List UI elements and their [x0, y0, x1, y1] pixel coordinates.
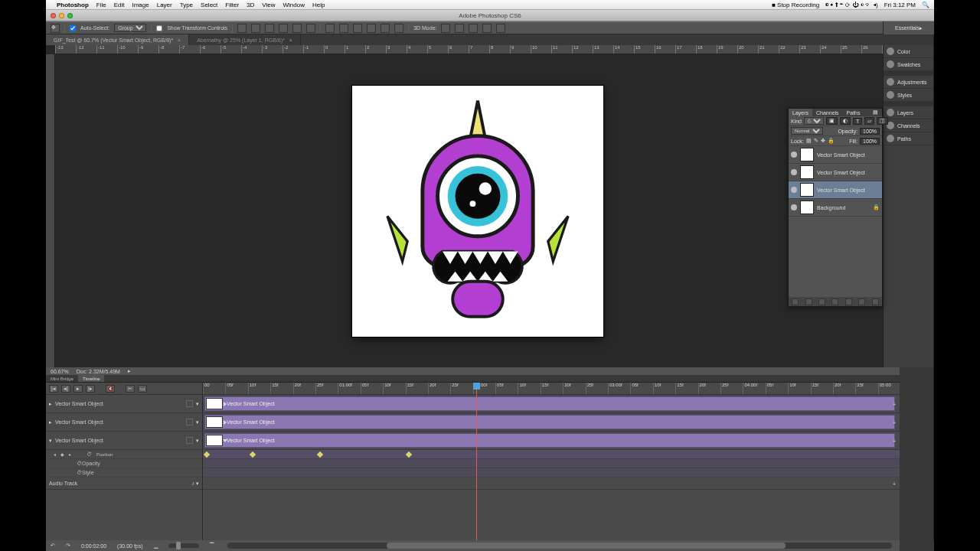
timeline-clip[interactable]: Vector Smart Object — [204, 433, 895, 448]
tab-timeline[interactable]: Timeline — [78, 375, 104, 382]
track-toggle-icon[interactable] — [186, 419, 193, 425]
doc-tab[interactable]: GIF_Test @ 60.7% (Vector Smart Object, R… — [46, 34, 189, 45]
layer-row[interactable]: Vector Smart Object — [789, 164, 882, 181]
filter-icon[interactable]: T — [853, 118, 862, 125]
group-icon[interactable] — [845, 298, 852, 305]
filter-icon[interactable]: ◐ — [840, 117, 851, 125]
layer-row[interactable]: Vector Smart Object — [789, 146, 882, 164]
doc-tab[interactable]: Abernathy @ 25% (Layer 1, RGB/8)*× — [189, 34, 301, 45]
align-icon[interactable] — [251, 24, 260, 33]
panel-color[interactable]: Color — [884, 45, 934, 58]
filter-icon[interactable]: ▱ — [864, 117, 874, 125]
panel-swatches[interactable]: Swatches — [884, 58, 934, 71]
align-icon[interactable] — [306, 24, 315, 33]
menu-layer[interactable]: Layer — [157, 2, 172, 8]
distribute-icon[interactable] — [325, 24, 335, 33]
adjustment-icon[interactable] — [831, 298, 838, 305]
menu-window[interactable]: Window — [283, 2, 305, 8]
panel-layers[interactable]: Layers — [884, 106, 934, 119]
tab-paths[interactable]: Paths — [843, 109, 864, 116]
lock-icon[interactable]: ✥ — [821, 138, 825, 144]
canvas[interactable] — [352, 86, 603, 337]
zoom-in-icon[interactable]: ▔ — [210, 543, 214, 549]
tab-channels[interactable]: Channels — [812, 109, 843, 116]
filter-icon[interactable]: ▣ — [826, 117, 838, 125]
menu-3d[interactable]: 3D — [247, 2, 254, 8]
prop-style[interactable]: ⏱ Style — [46, 468, 202, 478]
panel-paths[interactable]: Paths — [884, 132, 934, 145]
add-media-button[interactable]: + — [890, 419, 898, 426]
menu-select[interactable]: Select — [201, 2, 217, 8]
timeline-track-header[interactable]: ▸ Vector Smart Object▾ — [46, 413, 202, 432]
add-audio-button[interactable]: + — [890, 480, 898, 487]
fill-value[interactable]: 100% — [860, 138, 880, 145]
3d-icon[interactable] — [455, 24, 464, 33]
menu-app[interactable]: Photoshop — [57, 2, 89, 8]
opacity-value[interactable]: 100% — [860, 128, 880, 135]
auto-select-mode[interactable]: Group — [114, 24, 146, 32]
timeline-clip[interactable]: Vector Smart Object — [204, 396, 895, 411]
keyframe[interactable] — [204, 452, 210, 458]
visibility-icon[interactable] — [791, 187, 797, 193]
prop-opacity[interactable]: ⏱ Opacity — [46, 459, 202, 468]
zoom-icon[interactable] — [67, 13, 73, 18]
timecode[interactable]: 0:00:02:00 — [81, 543, 106, 549]
mask-icon[interactable] — [818, 298, 825, 305]
ruler-vertical[interactable] — [46, 54, 55, 367]
keyframe[interactable] — [406, 452, 412, 458]
play-button[interactable]: ▸ — [74, 385, 83, 393]
next-frame-button[interactable]: |▸ — [86, 385, 95, 393]
add-media-button[interactable]: + — [890, 437, 898, 445]
lock-icon[interactable]: ▨ — [806, 138, 812, 144]
timeline-track-header[interactable]: ▸ Vector Smart Object▾ — [46, 395, 202, 413]
menu-image[interactable]: Image — [132, 2, 149, 8]
timeline-clip[interactable]: Vector Smart Object — [204, 415, 895, 429]
timeline-track-header[interactable]: ▾ Vector Smart Object▾ — [46, 432, 202, 450]
visibility-icon[interactable] — [791, 152, 797, 158]
fx-icon[interactable] — [805, 298, 812, 305]
panel-styles[interactable]: Styles — [884, 89, 934, 102]
filter-kind[interactable]: ⎙ — [804, 117, 824, 125]
lock-icon[interactable]: ✎ — [814, 138, 818, 144]
close-icon[interactable] — [51, 13, 56, 18]
distribute-icon[interactable] — [339, 24, 348, 33]
timeline-scrollbar[interactable] — [227, 543, 892, 549]
track-toggle-icon[interactable] — [186, 437, 193, 444]
link-icon[interactable] — [792, 298, 799, 305]
timeline-ruler[interactable]: 0005f10f15f20f25f01:00f05f10f15f20f25f02… — [203, 383, 900, 395]
menu-type[interactable]: Type — [180, 2, 193, 8]
filter-icon[interactable]: ◫ — [877, 117, 888, 125]
minimize-icon[interactable] — [59, 13, 64, 18]
align-icon[interactable] — [265, 24, 274, 33]
lock-icon[interactable]: 🔒 — [828, 138, 835, 144]
mute-button[interactable]: 🔇 — [106, 385, 115, 393]
keyframe-row[interactable] — [203, 468, 900, 478]
ruler-horizontal[interactable]: -13-12-11-10-9-8-7-6-5-4-3-2-10123456789… — [55, 45, 900, 54]
split-clip-button[interactable]: ✂ — [126, 385, 135, 393]
visibility-icon[interactable] — [791, 169, 797, 175]
status-arrow-icon[interactable]: ▸ — [128, 368, 131, 374]
workspace-switcher[interactable]: Essentials ▸ — [883, 21, 934, 34]
keyframe[interactable] — [317, 452, 323, 458]
delete-icon[interactable] — [872, 298, 879, 305]
keyframe-nav[interactable]: ◂◆▸⏱ Position — [46, 450, 202, 459]
zoom-level[interactable]: 60.67% — [51, 369, 69, 374]
3d-icon[interactable] — [496, 24, 505, 33]
visibility-icon[interactable] — [791, 204, 797, 210]
distribute-icon[interactable] — [353, 24, 362, 33]
menu-file[interactable]: File — [96, 2, 106, 8]
panel-channels[interactable]: Channels — [884, 119, 934, 132]
tab-layers[interactable]: Layers — [789, 109, 812, 116]
keyframe-row[interactable] — [203, 450, 900, 459]
3d-icon[interactable] — [482, 24, 492, 33]
doc-info[interactable]: Doc: 2.32M/5.49M — [77, 369, 120, 374]
keyframe-row[interactable] — [203, 459, 900, 468]
close-tab-icon[interactable]: × — [289, 37, 292, 43]
new-layer-icon[interactable] — [858, 298, 865, 305]
spotlight-icon[interactable]: 🔍 — [922, 2, 929, 8]
playhead[interactable] — [476, 383, 477, 540]
add-media-button[interactable]: + — [890, 400, 898, 408]
track-toggle-icon[interactable] — [186, 400, 193, 407]
keyframe[interactable] — [250, 452, 256, 458]
menu-edit[interactable]: Edit — [114, 2, 125, 8]
